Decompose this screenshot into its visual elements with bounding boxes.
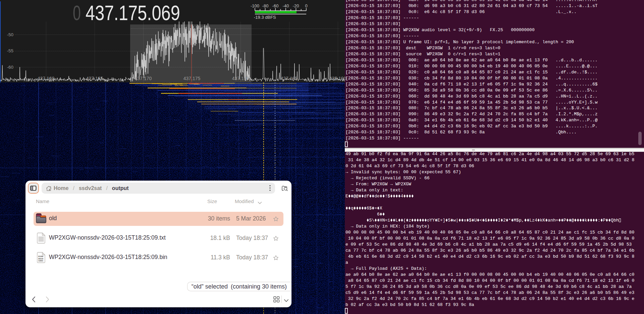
svg-text:0: 0 bbox=[73, 1, 81, 24]
svg-text:437.175.069: 437.175.069 bbox=[86, 1, 180, 24]
svg-text:1001: 1001 bbox=[38, 260, 43, 262]
